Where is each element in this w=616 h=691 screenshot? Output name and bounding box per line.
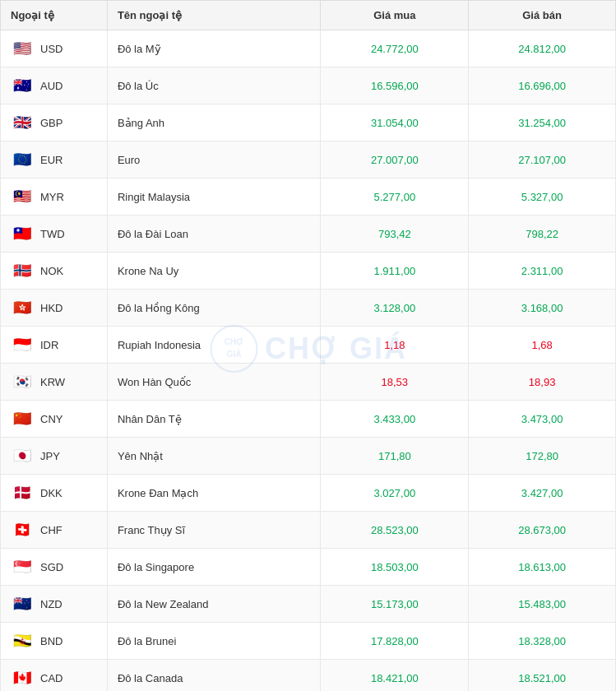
flag-icon: 🇲🇾	[11, 185, 34, 208]
currency-code: EUR	[40, 154, 63, 166]
currency-name: Đô la Đài Loan	[107, 216, 321, 253]
currency-cell: 🇨🇭 CHF	[1, 512, 108, 549]
currency-name: Yên Nhật	[107, 438, 321, 475]
flag-icon: 🇨🇳	[11, 407, 34, 430]
flag-icon: 🇨🇭	[11, 518, 34, 541]
currency-cell: 🇨🇦 CAD	[1, 660, 108, 692]
currency-cell: 🇭🇰 HKD	[1, 290, 108, 327]
sell-price: 18.521,00	[469, 660, 616, 692]
buy-price: 18.503,00	[321, 549, 469, 586]
flag-icon: 🇮🇩	[11, 333, 34, 356]
table-row: 🇯🇵 JPY Yên Nhật 171,80 172,80	[1, 438, 616, 475]
currency-name: Đô la Hồng Kông	[107, 290, 321, 327]
currency-name: Đô la New Zealand	[107, 586, 321, 623]
currency-code: JPY	[40, 450, 60, 462]
buy-price: 3.027,00	[321, 475, 469, 512]
flag-icon: 🇨🇦	[11, 666, 34, 689]
sell-price: 1,68	[469, 327, 616, 364]
currency-name: Nhân Dân Tệ	[107, 401, 321, 438]
currency-name: Đô la Mỹ	[107, 30, 321, 67]
flag-icon: 🇰🇷	[11, 370, 34, 393]
currency-code: CNY	[40, 413, 63, 425]
flag-icon: 🇩🇰	[11, 481, 34, 504]
buy-price: 1.911,00	[321, 253, 469, 290]
table-row: 🇰🇷 KRW Won Hàn Quốc 18,53 18,93	[1, 364, 616, 401]
currency-cell: 🇹🇼 TWD	[1, 216, 108, 253]
table-row: 🇲🇾 MYR Ringit Malaysia 5.277,00 5.327,00	[1, 179, 616, 216]
currency-code: USD	[40, 43, 63, 55]
currency-code: KRW	[40, 376, 65, 388]
currency-name: Rupiah Indonesia	[107, 327, 321, 364]
currency-code: AUD	[40, 80, 63, 92]
sell-price: 3.168,00	[469, 290, 616, 327]
buy-price: 15.173,00	[321, 586, 469, 623]
flag-icon: 🇬🇧	[11, 111, 34, 134]
currency-code: CAD	[40, 672, 63, 684]
sell-price: 2.311,00	[469, 253, 616, 290]
sell-price: 15.483,00	[469, 586, 616, 623]
currency-code: BND	[40, 635, 63, 647]
flag-icon: 🇯🇵	[11, 444, 34, 467]
currency-code: GBP	[40, 117, 63, 129]
flag-icon: 🇪🇺	[11, 148, 34, 171]
table-row: 🇨🇳 CNY Nhân Dân Tệ 3.433,00 3.473,00	[1, 401, 616, 438]
currency-name: Krone Na Uy	[107, 253, 321, 290]
buy-price: 24.772,00	[321, 30, 469, 67]
buy-price: 16.596,00	[321, 67, 469, 104]
header-currency: Ngoại tệ	[1, 1, 108, 30]
currency-name: Euro	[107, 141, 321, 179]
sell-price: 3.473,00	[469, 401, 616, 438]
header-name: Tên ngoại tệ	[107, 1, 321, 30]
currency-cell: 🇧🇳 BND	[1, 623, 108, 660]
rates-table: Ngoại tệ Tên ngoại tệ Giá mua Giá bán 🇺🇸…	[0, 0, 616, 691]
buy-price: 18.421,00	[321, 660, 469, 692]
sell-price: 18,93	[469, 364, 616, 401]
currency-code: TWD	[40, 228, 65, 240]
currency-cell: 🇨🇳 CNY	[1, 401, 108, 438]
currency-code: DKK	[40, 487, 63, 499]
sell-price: 798,22	[469, 216, 616, 253]
table-row: 🇨🇦 CAD Đô la Canada 18.421,00 18.521,00	[1, 660, 616, 692]
currency-name: Đô la Canada	[107, 660, 321, 692]
currency-code: IDR	[40, 339, 58, 351]
flag-icon: 🇹🇼	[11, 222, 34, 245]
buy-price: 31.054,00	[321, 104, 469, 141]
table-row: 🇸🇬 SGD Đô la Singapore 18.503,00 18.613,…	[1, 549, 616, 586]
buy-price: 17.828,00	[321, 623, 469, 660]
header-buy: Giá mua	[321, 1, 469, 30]
sell-price: 16.696,00	[469, 67, 616, 104]
table-row: 🇳🇴 NOK Krone Na Uy 1.911,00 2.311,00	[1, 253, 616, 290]
table-row: 🇪🇺 EUR Euro 27.007,00 27.107,00	[1, 141, 616, 179]
buy-price: 1,18	[321, 327, 469, 364]
sell-price: 5.327,00	[469, 179, 616, 216]
currency-cell: 🇯🇵 JPY	[1, 438, 108, 475]
currency-code: HKD	[40, 302, 63, 314]
currency-name: Ringit Malaysia	[107, 179, 321, 216]
currency-cell: 🇪🇺 EUR	[1, 141, 108, 179]
currency-name: Đô la Singapore	[107, 549, 321, 586]
currency-code: MYR	[40, 191, 64, 203]
currency-name: Đô la Úc	[107, 67, 321, 104]
buy-price: 18,53	[321, 364, 469, 401]
flag-icon: 🇳🇴	[11, 259, 34, 282]
currency-code: NOK	[40, 265, 63, 277]
sell-price: 18.328,00	[469, 623, 616, 660]
sell-price: 24.812,00	[469, 30, 616, 67]
currency-code: SGD	[40, 561, 63, 573]
table-row: 🇭🇰 HKD Đô la Hồng Kông 3.128,00 3.168,00	[1, 290, 616, 327]
table-row: 🇺🇸 USD Đô la Mỹ 24.772,00 24.812,00	[1, 30, 616, 67]
buy-price: 171,80	[321, 438, 469, 475]
flag-icon: 🇺🇸	[11, 37, 34, 60]
currency-cell: 🇦🇺 AUD	[1, 67, 108, 104]
flag-icon: 🇳🇿	[11, 592, 34, 615]
sell-price: 3.427,00	[469, 475, 616, 512]
sell-price: 172,80	[469, 438, 616, 475]
header-sell: Giá bán	[469, 1, 616, 30]
flag-icon: 🇸🇬	[11, 555, 34, 578]
currency-cell: 🇺🇸 USD	[1, 30, 108, 67]
currency-cell: 🇬🇧 GBP	[1, 104, 108, 141]
currency-cell: 🇩🇰 DKK	[1, 475, 108, 512]
sell-price: 18.613,00	[469, 549, 616, 586]
flag-icon: 🇭🇰	[11, 296, 34, 319]
table-row: 🇧🇳 BND Đô la Brunei 17.828,00 18.328,00	[1, 623, 616, 660]
